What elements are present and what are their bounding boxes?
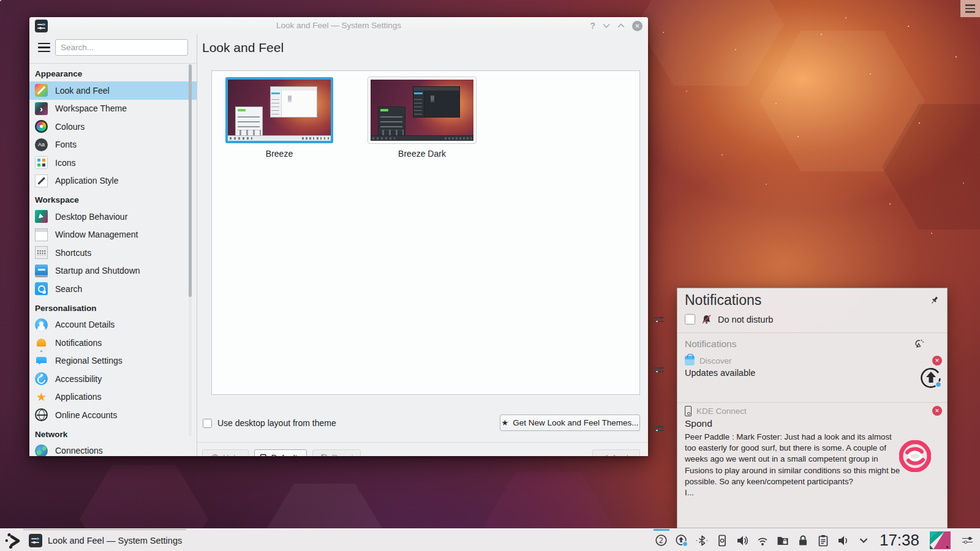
sidebar-item-colours[interactable]: Colours <box>29 118 197 136</box>
configure-do-not-disturb-icon[interactable] <box>654 315 664 324</box>
theme-name: Breeze Dark <box>368 149 476 159</box>
accessibility-icon <box>35 372 48 385</box>
sidebar-item-label: Accessibility <box>55 374 102 384</box>
sidebar-item-look-and-feel[interactable]: Look and Feel <box>29 81 197 100</box>
help-titlebar-button[interactable]: ? <box>590 21 595 31</box>
digital-clock[interactable]: 17:38 <box>880 531 919 550</box>
pager-wallpaper-thumbnail <box>930 531 951 549</box>
hamburger-icon <box>965 4 975 6</box>
close-button[interactable]: ✕ <box>632 21 643 31</box>
clear-history-icon[interactable] <box>914 339 925 351</box>
sidebar-item-search[interactable]: Search <box>29 280 197 298</box>
divider <box>197 442 648 443</box>
sidebar-item-shortcuts[interactable]: Shortcuts <box>29 244 197 262</box>
defaults-icon <box>260 454 268 457</box>
discover-icon <box>685 356 695 365</box>
sidebar-section-network: Network <box>29 424 197 442</box>
plasma-logo-icon <box>4 531 22 549</box>
application-style-icon <box>35 174 48 187</box>
window-title: Look and Feel — System Settings <box>276 17 401 34</box>
expand-tray-caret-icon[interactable] <box>857 534 870 547</box>
theme-name: Breeze <box>225 149 333 159</box>
sidebar-item-label: Workspace Theme <box>55 103 127 113</box>
online-accounts-icon <box>35 408 48 421</box>
vault-tray-icon[interactable] <box>776 534 790 547</box>
sidebar-item-label: Applications <box>55 392 102 402</box>
wifi-tray-icon[interactable] <box>756 534 769 547</box>
sidebar-item-applications[interactable]: Applications <box>29 388 197 407</box>
desktop-pager[interactable] <box>930 531 951 549</box>
defaults-button[interactable]: Defaults <box>254 449 307 456</box>
use-desktop-layout-checkbox[interactable] <box>203 419 212 428</box>
kde-connect-tray-icon[interactable] <box>715 534 729 547</box>
use-desktop-layout-row[interactable]: Use desktop layout from theme <box>203 418 336 428</box>
svg-text:2: 2 <box>659 536 663 545</box>
clipboard-tray-icon[interactable] <box>816 534 830 547</box>
configure-discover-notifications-icon[interactable] <box>654 365 664 374</box>
sidebar-item-label: Window Management <box>55 230 138 239</box>
sidebar-item-regional-settings[interactable]: Regional Settings <box>29 352 197 370</box>
pin-icon[interactable] <box>930 296 940 307</box>
sidebar-scrollbar-thumb[interactable] <box>189 64 192 297</box>
close-discover-notification-button[interactable]: ✕ <box>932 356 942 365</box>
maximize-button[interactable] <box>617 23 625 28</box>
kde-connect-app-name: KDE Connect <box>696 407 747 416</box>
updates-available-icon <box>919 367 943 390</box>
shortcuts-icon <box>35 246 48 259</box>
sidebar-item-online-accounts[interactable]: Online Accounts <box>29 406 197 424</box>
sidebar-item-window-management[interactable]: Window Management <box>29 226 197 244</box>
sidebar-list: AppearanceLook and FeelWorkspace ThemeCo… <box>29 64 197 456</box>
titlebar[interactable]: Look and Feel — System Settings ? ✕ <box>29 17 648 34</box>
sidebar-item-startup-and-shutdown[interactable]: Startup and Shutdown <box>29 262 197 280</box>
do-not-disturb-label: Do not disturb <box>718 315 773 324</box>
taskbar-panel: Look and Feel — System Settings 2 <box>0 528 980 551</box>
reset-button[interactable]: Reset <box>312 449 361 456</box>
window-management-icon <box>35 228 48 241</box>
theme-card-breeze-dark[interactable]: Breeze Dark <box>368 77 476 394</box>
discover-app-name: Discover <box>699 356 732 365</box>
apply-button[interactable]: Apply <box>592 449 640 456</box>
configure-kde-connect-notifications-icon[interactable] <box>654 424 664 433</box>
audio-volume-tray-icon[interactable] <box>837 534 850 547</box>
sidebar-item-account-details[interactable]: Account Details <box>29 316 197 334</box>
close-kde-connect-notification-button[interactable]: ✕ <box>932 406 942 416</box>
notifications-popup: Notifications Do not disturb Notificatio… <box>677 288 948 528</box>
panel-settings-icon[interactable] <box>962 536 973 545</box>
sidebar-item-workspace-theme[interactable]: Workspace Theme <box>29 100 197 118</box>
theme-preview-thumbnail <box>228 80 331 141</box>
updates-tray-icon[interactable] <box>675 534 688 547</box>
minimize-button[interactable] <box>603 23 610 28</box>
icons-icon <box>35 156 48 169</box>
do-not-disturb-checkbox[interactable] <box>685 314 695 324</box>
sidebar-item-label: Account Details <box>55 320 115 329</box>
lock-tray-icon[interactable] <box>796 534 810 547</box>
sidebar-menu-button[interactable] <box>38 43 50 52</box>
sidebar-item-notifications[interactable]: Notifications <box>29 334 197 352</box>
sidebar-item-accessibility[interactable]: Accessibility <box>29 370 197 388</box>
divider <box>197 34 197 456</box>
sidebar-item-fonts[interactable]: Fonts <box>29 136 197 154</box>
connections-icon <box>35 444 48 456</box>
task-button-system-settings[interactable]: Look and Feel — System Settings <box>23 529 186 551</box>
help-icon <box>211 454 219 457</box>
application-launcher-button[interactable] <box>4 531 22 549</box>
sidebar-item-label: Shortcuts <box>55 248 91 258</box>
sidebar-item-connections[interactable]: Connections <box>29 442 197 457</box>
system-settings-icon <box>35 20 48 32</box>
sidebar-item-icons[interactable]: Icons <box>29 154 197 172</box>
bluetooth-tray-icon[interactable] <box>695 534 709 547</box>
look-and-feel-icon <box>35 84 48 97</box>
spond-logo <box>899 440 931 472</box>
divider <box>677 332 947 333</box>
volume-tray-icon[interactable] <box>736 534 749 547</box>
theme-card-breeze[interactable]: Breeze <box>225 77 333 394</box>
notifications-tray-icon[interactable]: 2 <box>655 534 668 547</box>
sidebar-item-desktop-behaviour[interactable]: Desktop Behaviour <box>29 208 197 226</box>
get-new-themes-button[interactable]: ★ Get New Look and Feel Themes... <box>500 414 640 431</box>
search-input[interactable] <box>55 39 188 56</box>
get-new-themes-label: Get New Look and Feel Themes... <box>513 418 638 427</box>
help-button[interactable]: Help <box>202 449 249 456</box>
desktop-toolbox-button[interactable] <box>960 0 980 17</box>
do-not-disturb-row[interactable]: Do not disturb <box>685 314 773 324</box>
sidebar-item-application-style[interactable]: Application Style <box>29 172 197 190</box>
